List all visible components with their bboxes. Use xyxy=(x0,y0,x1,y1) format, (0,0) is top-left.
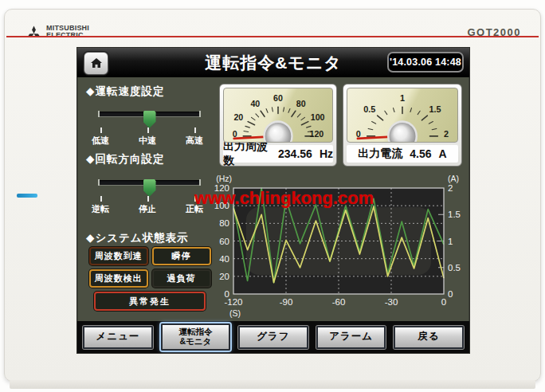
slider-tick-label: 高速 xyxy=(177,135,212,147)
brand-text: MITSUBISHI ELECTRIC xyxy=(46,25,89,40)
slider-tick xyxy=(100,127,102,133)
slider-tick-label: 低速 xyxy=(83,135,118,147)
nav-button-label2: &モニタ xyxy=(179,337,211,347)
current-gauge-panel: 00.511.52 出力電流 4.56 A xyxy=(343,84,462,167)
slider-tick xyxy=(147,127,149,133)
svg-text:0: 0 xyxy=(448,289,453,299)
gauge-title: 出力電流 xyxy=(358,147,402,161)
svg-text:0.5: 0.5 xyxy=(363,104,375,114)
direction-slider: 逆転 停止 正転 xyxy=(98,176,201,213)
status-lamp-freq-reached[interactable]: 周波数到達 xyxy=(89,247,148,265)
watermark: www.chlingkong.com xyxy=(194,188,374,209)
nav-button-operation-monitor[interactable]: 運転指令 &モニタ xyxy=(161,323,231,351)
nav-button-label: グラフ xyxy=(257,331,289,343)
slider-tick-label: 中速 xyxy=(130,135,165,147)
svg-text:20: 20 xyxy=(219,272,229,281)
status-lamp-overload[interactable]: 過負荷 xyxy=(152,269,211,288)
nav-button-label: アラーム xyxy=(329,331,373,343)
svg-text:2: 2 xyxy=(444,129,449,139)
nav-button-label: 戻る xyxy=(418,331,440,343)
svg-text:(S): (S) xyxy=(229,308,241,318)
clock-display: '14.03.06 14:48 xyxy=(387,52,464,73)
speed-slider-handle[interactable] xyxy=(143,111,156,128)
speed-slider: 低速 中速 高速 xyxy=(98,108,201,144)
accent-line xyxy=(6,36,539,37)
brand-logo: MITSUBISHI ELECTRIC xyxy=(25,25,89,40)
gauge-unit: A xyxy=(439,147,447,160)
svg-text:1.5: 1.5 xyxy=(429,104,441,114)
status-lamp-error[interactable]: 異常発生 xyxy=(94,292,206,311)
slider-tick xyxy=(147,196,149,202)
svg-text:40: 40 xyxy=(250,98,260,108)
hmi-screen: 運転指令&モニタ '14.03.06 14:48 ◆運転速度設定 低速 中速 高… xyxy=(76,47,470,354)
direction-slider-track[interactable] xyxy=(98,180,201,185)
gauge-dial-canvas: 020406080100120 xyxy=(224,88,332,142)
titlebar: 運転指令&モニタ '14.03.06 14:48 xyxy=(77,48,469,77)
svg-text:0: 0 xyxy=(356,129,361,139)
gauge-unit: Hz xyxy=(320,147,333,160)
device-base-edge xyxy=(10,380,535,389)
svg-text:0: 0 xyxy=(441,297,446,307)
svg-text:-30: -30 xyxy=(385,297,398,307)
status-heading: ◆システム状態表示 xyxy=(86,231,189,245)
photo-background: MITSUBISHI ELECTRIC GOT2000 運転指令&モニタ '14… xyxy=(0,0,545,392)
svg-text:-90: -90 xyxy=(280,297,293,307)
power-led xyxy=(17,194,37,198)
slider-tick xyxy=(100,196,102,202)
frequency-gauge-panel: 020406080100120 出力周波数 234.56 Hz xyxy=(219,84,337,167)
current-gauge-dial: 00.511.52 xyxy=(347,88,458,143)
gauge-value: 234.56 xyxy=(278,147,312,160)
nav-button-graph[interactable]: グラフ xyxy=(238,326,308,349)
svg-text:100: 100 xyxy=(311,112,325,122)
svg-text:(Hz): (Hz) xyxy=(216,174,232,183)
frequency-gauge-dial: 020406080100120 xyxy=(223,88,333,143)
svg-text:2: 2 xyxy=(448,183,453,193)
nav-button-back[interactable]: 戻る xyxy=(394,326,464,349)
nav-button-menu[interactable]: メニュー xyxy=(83,326,153,349)
svg-text:-120: -120 xyxy=(224,297,242,307)
device-frame: MITSUBISHI ELECTRIC GOT2000 運転指令&モニタ '14… xyxy=(4,9,541,382)
svg-text:1: 1 xyxy=(448,237,453,246)
slider-tick xyxy=(194,127,196,133)
status-lamp-grid: 周波数到達 瞬停 周波数検出 過負荷 異常発生 xyxy=(88,247,212,311)
svg-text:(A): (A) xyxy=(448,174,459,183)
svg-text:1.5: 1.5 xyxy=(448,210,461,219)
svg-text:-60: -60 xyxy=(332,297,346,307)
direction-heading: ◆回転方向設定 xyxy=(86,152,164,167)
slider-tick-label: 逆転 xyxy=(83,203,118,215)
svg-text:0.5: 0.5 xyxy=(448,263,461,272)
svg-text:60: 60 xyxy=(273,93,283,103)
slider-tick-label: 停止 xyxy=(130,203,165,215)
svg-text:0: 0 xyxy=(233,129,237,139)
gauge-title: 出力周波数 xyxy=(223,139,271,168)
nav-button-label: メニュー xyxy=(96,331,139,343)
gauge-dial-canvas: 00.511.52 xyxy=(347,88,457,142)
svg-text:120: 120 xyxy=(310,129,324,139)
gauge-value: 4.56 xyxy=(410,147,431,160)
svg-text:60: 60 xyxy=(219,237,229,246)
svg-text:80: 80 xyxy=(296,98,306,108)
current-gauge-readout: 出力電流 4.56 A xyxy=(347,145,458,163)
svg-text:40: 40 xyxy=(219,254,229,264)
svg-text:1: 1 xyxy=(400,93,405,103)
svg-text:20: 20 xyxy=(233,112,243,122)
direction-slider-handle[interactable] xyxy=(143,179,156,197)
model-badge: GOT2000 xyxy=(467,26,521,38)
nav-bar: メニュー 運転指令 &モニタ グラフ アラーム 戻る xyxy=(77,321,469,353)
speed-slider-track[interactable] xyxy=(98,112,201,116)
speed-heading: ◆運転速度設定 xyxy=(86,84,164,99)
frequency-gauge-readout: 出力周波数 234.56 Hz xyxy=(223,145,333,163)
nav-button-alarm[interactable]: アラーム xyxy=(316,326,386,349)
svg-text:80: 80 xyxy=(219,218,229,228)
status-lamp-momentary-stop[interactable]: 瞬停 xyxy=(152,247,211,265)
status-lamp-freq-detected[interactable]: 周波数検出 xyxy=(89,269,148,288)
